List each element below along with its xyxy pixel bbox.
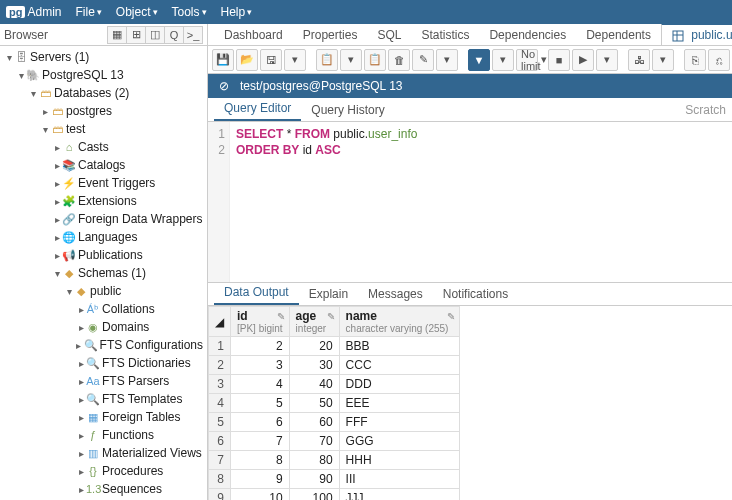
menu-object[interactable]: Object▾ [116,5,158,19]
pencil-icon[interactable]: ✎ [447,311,455,322]
table-row[interactable]: 6770GGG [209,432,460,451]
cell[interactable]: FFF [339,413,459,432]
browser-tool-search[interactable]: Q [164,26,184,44]
menu-help[interactable]: Help▾ [221,5,253,19]
save-grid-button[interactable]: 💾 [212,49,234,71]
cell[interactable]: 6 [231,413,290,432]
tab-dependencies[interactable]: Dependencies [479,25,576,45]
filter-button[interactable]: ▼ [468,49,490,71]
cell[interactable]: EEE [339,394,459,413]
tree-toggle[interactable]: ▸ [76,322,86,333]
tree-toggle[interactable]: ▸ [76,394,86,405]
explain-dropdown[interactable]: ▾ [652,49,674,71]
table-row[interactable]: 8990III [209,470,460,489]
cell[interactable]: BBB [339,337,459,356]
tree-toggle[interactable]: ▸ [52,232,62,243]
cell[interactable]: DDD [339,375,459,394]
tree-item[interactable]: ▾◆Schemas (1) [0,264,207,282]
edit-button[interactable]: ✎ [412,49,434,71]
tree-toggle[interactable]: ▸ [76,448,86,459]
cell[interactable]: GGG [339,432,459,451]
tree-item[interactable]: ▸AaFTS Parsers [0,372,207,390]
browser-tool-sql[interactable]: ⊞ [126,26,146,44]
tree-toggle[interactable]: ▸ [76,412,86,423]
stop-button[interactable]: ■ [548,49,570,71]
table-row[interactable]: 1220BBB [209,337,460,356]
tree-toggle[interactable]: ▾ [28,88,38,99]
table-row[interactable]: 7880HHH [209,451,460,470]
tab-dependents[interactable]: Dependents [576,25,661,45]
tree-item[interactable]: ▸{}Procedures [0,462,207,480]
tree-item[interactable]: ▾◆public [0,282,207,300]
cell[interactable]: CCC [339,356,459,375]
tab-data-output[interactable]: Data Output [214,281,299,305]
cell[interactable]: 20 [289,337,339,356]
cell[interactable]: JJJ [339,489,459,501]
column-header[interactable]: ageinteger✎ [289,307,339,337]
tree-item[interactable]: ▸📢Publications [0,246,207,264]
row-header[interactable]: 9 [209,489,231,501]
commit-button[interactable]: ⎘ [684,49,706,71]
row-header[interactable]: 6 [209,432,231,451]
tree-toggle[interactable]: ▸ [74,340,84,351]
tree-toggle[interactable]: ▸ [76,358,86,369]
execute-dropdown[interactable]: ▾ [596,49,618,71]
tab-notifications[interactable]: Notifications [433,283,518,305]
cell[interactable]: 4 [231,375,290,394]
row-header[interactable]: 3 [209,375,231,394]
tab-query-editor[interactable]: Query Editor [214,97,301,121]
row-header[interactable]: 4 [209,394,231,413]
save-file-button[interactable]: 🖫 [260,49,282,71]
tree-item[interactable]: ▸📚Catalogs [0,156,207,174]
connection-label[interactable]: test/postgres@PostgreSQL 13 [240,79,403,93]
table-row[interactable]: 4550EEE [209,394,460,413]
paste-button[interactable]: 📋 [364,49,386,71]
tree-item[interactable]: ▾🗃Databases (2) [0,84,207,102]
tree-toggle[interactable]: ▸ [52,250,62,261]
tree-item[interactable]: ▸⌂Casts [0,138,207,156]
column-header[interactable]: id[PK] bigint✎ [231,307,290,337]
cell[interactable]: 2 [231,337,290,356]
table-row[interactable]: 3440DDD [209,375,460,394]
rollback-button[interactable]: ⎌ [708,49,730,71]
copy-dropdown[interactable]: ▾ [340,49,362,71]
tree-item[interactable]: ▾🗄Servers (1) [0,48,207,66]
edit-dropdown[interactable]: ▾ [436,49,458,71]
cell[interactable]: 3 [231,356,290,375]
row-header[interactable]: 2 [209,356,231,375]
limit-select[interactable]: No limit▾ [516,49,538,71]
tab-statistics[interactable]: Statistics [411,25,479,45]
table-row[interactable]: 2330CCC [209,356,460,375]
execute-button[interactable]: ▶ [572,49,594,71]
row-header[interactable]: 5 [209,413,231,432]
delete-row-button[interactable]: 🗑 [388,49,410,71]
cell[interactable]: 8 [231,451,290,470]
cell[interactable]: 100 [289,489,339,501]
tree-item[interactable]: ▸🔍FTS Dictionaries [0,354,207,372]
filter-dropdown[interactable]: ▾ [492,49,514,71]
tree-item[interactable]: ▸ÁᵇCollations [0,300,207,318]
tree-item[interactable]: ▸◉Domains [0,318,207,336]
cell[interactable]: 40 [289,375,339,394]
result-grid[interactable]: ◢id[PK] bigint✎ageinteger✎namecharacter … [208,306,732,500]
cell[interactable]: 9 [231,470,290,489]
tree-toggle[interactable]: ▸ [40,106,50,117]
tree-item[interactable]: ▸▥Materialized Views [0,444,207,462]
open-file-button[interactable]: 📂 [236,49,258,71]
cell[interactable]: 5 [231,394,290,413]
scratch-pad-toggle[interactable]: Scratch [679,99,732,121]
tree-item[interactable]: ▸🗃postgres [0,102,207,120]
browser-tool-stats[interactable]: ◫ [145,26,165,44]
cell[interactable]: 50 [289,394,339,413]
pencil-icon[interactable]: ✎ [327,311,335,322]
cell[interactable]: 10 [231,489,290,501]
tab-query-tool[interactable]: public.user_info/test/postgres@PostgreSQ… [661,24,732,46]
object-tree[interactable]: ▾🗄Servers (1)▾🐘PostgreSQL 13▾🗃Databases … [0,46,207,500]
menu-tools[interactable]: Tools▾ [172,5,207,19]
cell[interactable]: 80 [289,451,339,470]
row-header[interactable]: 7 [209,451,231,470]
cell[interactable]: 70 [289,432,339,451]
tree-item[interactable]: ▸🧩Extensions [0,192,207,210]
grid-corner[interactable]: ◢ [209,307,231,337]
tree-toggle[interactable]: ▸ [52,142,62,153]
